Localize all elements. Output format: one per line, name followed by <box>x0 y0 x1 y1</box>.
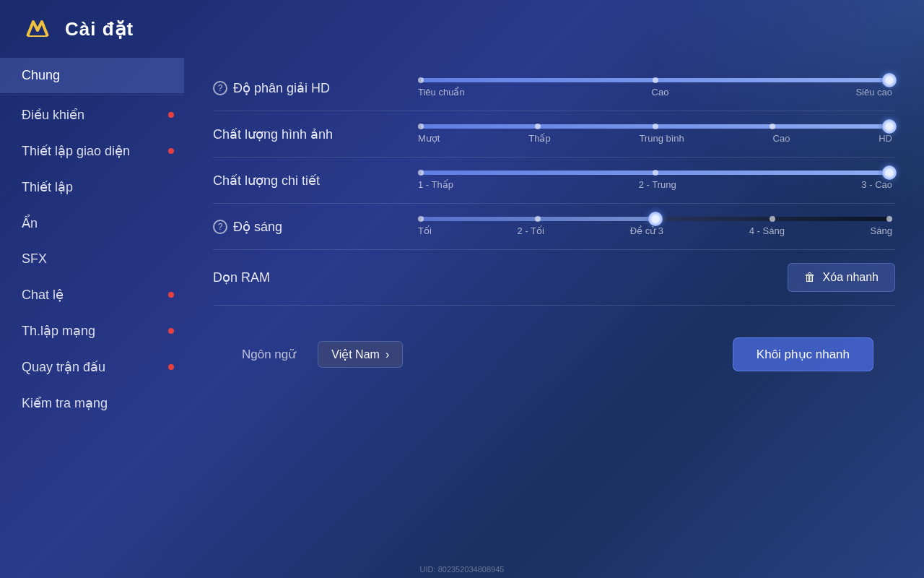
sidebar-item-chat-le[interactable]: Chat lệ <box>0 277 184 313</box>
sidebar-item-quay-tran-dau[interactable]: Quay trận đấu <box>0 349 184 385</box>
slider-track[interactable] <box>421 78 889 82</box>
slider-labels: Tiêu chuẩn Cao Siêu cao <box>415 87 895 98</box>
notification-dot <box>168 292 174 298</box>
sidebar-item-label: Th.lập mạng <box>22 323 95 339</box>
sidebar-item-an[interactable]: Ẩn <box>0 205 184 241</box>
sidebar-item-sfx[interactable]: SFX <box>0 241 184 277</box>
slider-labels: Mượt Thấp Trung bình Cao HD <box>415 133 895 144</box>
sidebar-item-thiet-lap[interactable]: Thiết lập <box>0 169 184 205</box>
sidebar-item-label: Kiểm tra mạng <box>22 395 108 411</box>
uid-text: UID: 802352034808945 <box>420 565 505 574</box>
main-layout: Chung Điều khiển Thiết lập giao diện Thi… <box>0 58 924 578</box>
language-label: Ngôn ngữ <box>242 347 296 362</box>
sidebar-divider-1 <box>0 95 184 95</box>
xoa-nhanh-button[interactable]: 🗑 Xóa nhanh <box>788 263 895 292</box>
logo-icon <box>22 13 53 45</box>
sidebar-item-chung[interactable]: Chung <box>0 58 184 93</box>
content-area: ? Độ phân giải HD Tiêu chuẩn Cao Siêu ca… <box>184 58 924 578</box>
setting-label-don-ram: Dọn RAM <box>213 269 401 285</box>
slider-track[interactable] <box>421 217 889 221</box>
sidebar-item-label: Ẩn <box>22 215 38 231</box>
notification-dot <box>168 328 174 334</box>
sidebar-item-kiem-tra-mang[interactable]: Kiểm tra mạng <box>0 385 184 421</box>
notification-dot <box>168 148 174 154</box>
slider-chat-luong-hinh-anh[interactable]: Mượt Thấp Trung bình Cao HD <box>415 124 895 144</box>
notification-dot <box>168 364 174 370</box>
notification-dot <box>168 112 174 118</box>
xoa-nhanh-label: Xóa nhanh <box>823 271 879 284</box>
slider-do-sang[interactable]: Tối 2 - Tối Đề cử 3 4 - Sáng Sáng <box>415 217 895 236</box>
setting-chat-luong-chi-tiet: Chất lượng chi tiết 1 - Thấp 2 - Trung 3… <box>213 158 895 204</box>
sidebar-item-dieu-khien[interactable]: Điều khiển <box>0 97 184 133</box>
sidebar-item-label: SFX <box>22 251 47 267</box>
sidebar-item-label: Thiết lập <box>22 179 73 195</box>
chevron-right-icon: › <box>385 348 389 361</box>
question-icon: ? <box>213 220 227 234</box>
setting-label-do-sang: ? Độ sáng <box>213 219 401 235</box>
question-icon: ? <box>213 81 227 95</box>
sidebar-item-label: Chat lệ <box>22 287 64 303</box>
setting-chat-luong-hinh-anh: Chất lượng hình ảnh Mượt Thấp Trung bình… <box>213 111 895 158</box>
sidebar: Chung Điều khiển Thiết lập giao diện Thi… <box>0 58 184 578</box>
sidebar-item-thiet-lap-giao-dien[interactable]: Thiết lập giao diện <box>0 133 184 169</box>
slider-labels: 1 - Thấp 2 - Trung 3 - Cao <box>415 179 895 190</box>
restore-label: Khôi phục nhanh <box>757 348 850 361</box>
sidebar-item-label: Thiết lập giao diện <box>22 143 130 159</box>
setting-label-do-phan-giai: ? Độ phân giải HD <box>213 80 401 96</box>
sidebar-item-th-lap-mang[interactable]: Th.lập mạng <box>0 313 184 349</box>
slider-do-phan-giai[interactable]: Tiêu chuẩn Cao Siêu cao <box>415 78 895 98</box>
header: Cài đặt <box>0 0 924 58</box>
setting-label-chat-luong-hinh-anh: Chất lượng hình ảnh <box>213 126 401 142</box>
sidebar-item-label: Chung <box>22 68 60 83</box>
language-button[interactable]: Việt Nam › <box>318 341 403 368</box>
trash-icon: 🗑 <box>804 271 816 284</box>
slider-track[interactable] <box>421 124 889 129</box>
setting-label-chat-luong-chi-tiet: Chất lượng chi tiết <box>213 173 401 189</box>
setting-do-sang: ? Độ sáng Tối 2 - Tối Đề cử 3 4 - Sáng <box>213 204 895 250</box>
sidebar-item-label: Quay trận đấu <box>22 359 105 375</box>
slider-track[interactable] <box>421 171 889 175</box>
language-value: Việt Nam <box>331 348 380 361</box>
setting-don-ram: Dọn RAM 🗑 Xóa nhanh <box>213 250 895 306</box>
sidebar-item-label: Điều khiển <box>22 107 84 123</box>
slider-chat-luong-chi-tiet[interactable]: 1 - Thấp 2 - Trung 3 - Cao <box>415 171 895 190</box>
page-title: Cài đặt <box>65 18 134 40</box>
bottom-bar: Ngôn ngữ Việt Nam › Khôi phục nhanh <box>213 327 895 381</box>
setting-do-phan-giai: ? Độ phân giải HD Tiêu chuẩn Cao Siêu ca… <box>213 65 895 111</box>
slider-labels: Tối 2 - Tối Đề cử 3 4 - Sáng Sáng <box>415 225 895 236</box>
restore-button[interactable]: Khôi phục nhanh <box>733 337 873 371</box>
